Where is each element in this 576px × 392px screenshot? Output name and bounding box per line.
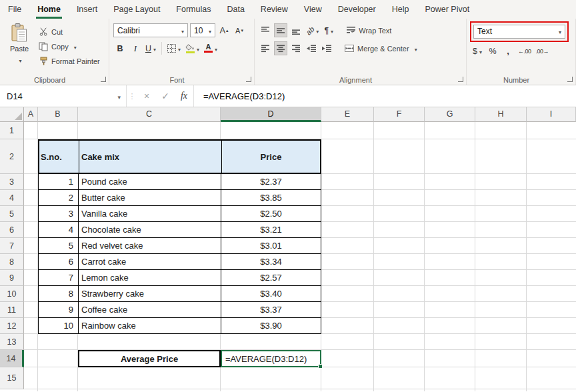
tab-review[interactable]: Review (253, 0, 296, 19)
decrease-font-size-button[interactable]: A (233, 23, 246, 37)
tab-power-pivot[interactable]: Power Pivot (417, 0, 477, 19)
comma-style-button[interactable]: , (501, 44, 515, 58)
tab-formulas[interactable]: Formulas (168, 0, 219, 19)
column-header-D[interactable]: D (221, 107, 321, 122)
decrease-indent-button[interactable] (305, 41, 318, 55)
column-header-C[interactable]: C (78, 107, 221, 122)
table-cell[interactable]: Strawberry cake (79, 286, 221, 301)
tab-view[interactable]: View (296, 0, 330, 19)
row-header-13[interactable]: 13 (0, 334, 24, 350)
table-cell[interactable]: Butter cake (79, 190, 221, 205)
table-cell[interactable]: $2.37 (221, 174, 321, 189)
insert-function-button[interactable]: fx (175, 85, 193, 107)
table-cell[interactable]: 6 (39, 254, 79, 269)
table-cell[interactable]: Lemon cake (79, 270, 221, 285)
row-header-5[interactable]: 5 (0, 206, 24, 222)
table-cell[interactable]: Pound cake (79, 174, 221, 189)
row-header-9[interactable]: 9 (0, 270, 24, 286)
bold-button[interactable]: B (113, 41, 127, 55)
table-cell[interactable]: Coffee cake (79, 302, 221, 317)
table-cell[interactable]: 1 (39, 174, 79, 189)
table-header-cell[interactable]: Price (222, 141, 320, 173)
font-size-select[interactable]: 10 (190, 23, 215, 37)
table-cell[interactable]: $2.50 (221, 206, 321, 221)
column-header-I[interactable]: I (527, 107, 576, 122)
cell-C14[interactable]: Average Price (78, 350, 221, 367)
row-header-14[interactable]: 14 (0, 350, 24, 367)
align-right-button[interactable] (289, 41, 303, 55)
row-header-7[interactable]: 7 (0, 238, 24, 254)
font-dialog-launcher-icon[interactable] (246, 77, 251, 82)
middle-align-button[interactable] (274, 23, 287, 37)
table-cell[interactable]: 10 (39, 318, 79, 333)
tab-insert[interactable]: Insert (69, 0, 105, 19)
merge-center-button[interactable]: Merge & Center (345, 45, 417, 53)
table-header-cell[interactable]: Cake mix (79, 141, 222, 173)
text-direction-button[interactable]: ¶ (322, 23, 335, 37)
row-header-8[interactable]: 8 (0, 254, 24, 270)
copy-button[interactable]: Copy (39, 40, 100, 53)
percent-style-button[interactable]: % (486, 44, 499, 58)
table-cell[interactable]: $3.37 (221, 302, 321, 317)
number-format-select[interactable]: Text (473, 25, 565, 39)
table-cell[interactable]: Carrot cake (79, 254, 221, 269)
font-name-select[interactable]: Calibri (113, 23, 188, 37)
table-cell[interactable]: 5 (39, 238, 79, 253)
column-header-H[interactable]: H (475, 107, 527, 122)
borders-button[interactable] (166, 41, 182, 55)
alignment-dialog-launcher-icon[interactable] (458, 77, 463, 82)
table-cell[interactable]: $3.90 (221, 318, 321, 333)
format-painter-button[interactable]: Format Painter (39, 55, 100, 67)
accounting-format-button[interactable]: $ (471, 44, 484, 58)
table-cell[interactable]: 8 (39, 286, 79, 301)
increase-decimal-button[interactable]: ←.00 (517, 44, 533, 58)
align-left-button[interactable] (259, 41, 272, 55)
wrap-text-button[interactable]: Wrap Text (347, 27, 391, 35)
formula-input[interactable]: =AVERAGE(D3:D12) (193, 85, 576, 107)
font-color-button[interactable]: A (203, 41, 219, 55)
tab-page-layout[interactable]: Page Layout (105, 0, 168, 19)
align-center-button[interactable] (274, 41, 287, 55)
row-header-2[interactable]: 2 (0, 139, 24, 174)
column-header-E[interactable]: E (321, 107, 374, 122)
name-box-dropdown-icon[interactable] (115, 91, 121, 101)
cut-button[interactable]: Cut (39, 25, 100, 38)
select-all-button[interactable] (0, 107, 24, 122)
column-header-F[interactable]: F (374, 107, 425, 122)
name-box[interactable]: D14 (0, 85, 127, 107)
table-cell[interactable]: $3.85 (221, 190, 321, 205)
tab-developer[interactable]: Developer (330, 0, 384, 19)
row-header-3[interactable]: 3 (0, 174, 24, 190)
table-cell[interactable]: $3.01 (221, 238, 321, 253)
number-dialog-launcher-icon[interactable] (567, 77, 573, 82)
fill-color-button[interactable] (184, 41, 201, 55)
column-header-A[interactable]: A (24, 107, 38, 122)
table-cell[interactable]: 9 (39, 302, 79, 317)
tab-data[interactable]: Data (219, 0, 252, 19)
top-align-button[interactable] (259, 23, 272, 37)
row-header-1[interactable]: 1 (0, 122, 24, 139)
row-header-11[interactable]: 11 (0, 302, 24, 318)
row-header-6[interactable]: 6 (0, 222, 24, 238)
bottom-align-button[interactable] (289, 23, 303, 37)
underline-button[interactable]: U (144, 41, 157, 55)
table-cell[interactable]: Vanilla cake (79, 206, 221, 221)
row-header-12[interactable]: 12 (0, 318, 24, 334)
column-header-G[interactable]: G (425, 107, 475, 122)
tab-help[interactable]: Help (384, 0, 417, 19)
table-cell[interactable]: $3.40 (221, 286, 321, 301)
row-header-15[interactable]: 15 (0, 367, 24, 389)
row-header-4[interactable]: 4 (0, 190, 24, 206)
tab-home[interactable]: Home (29, 0, 69, 19)
decrease-decimal-button[interactable]: .00→ (535, 44, 551, 58)
paste-button[interactable]: Paste (4, 21, 35, 67)
increase-indent-button[interactable] (320, 41, 333, 55)
table-cell[interactable]: $2.57 (221, 270, 321, 285)
table-cell[interactable]: Rainbow cake (79, 318, 221, 333)
italic-button[interactable]: I (129, 41, 142, 55)
tab-file[interactable]: File (0, 0, 29, 19)
table-cell[interactable]: Chocolate cake (79, 222, 221, 237)
table-cell[interactable]: $3.34 (221, 254, 321, 269)
table-cell[interactable]: 3 (39, 206, 79, 221)
table-cell[interactable]: 4 (39, 222, 79, 237)
